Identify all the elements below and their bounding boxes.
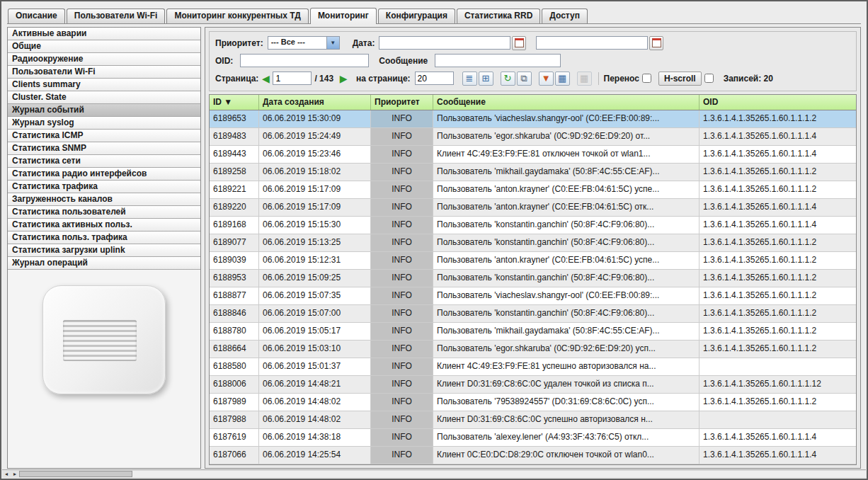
table-row[interactable]: 618944306.06.2019 15:23:46INFOКлиент 4C:… — [210, 146, 856, 164]
table-row[interactable]: 618878006.06.2019 15:05:17INFOПользовате… — [210, 323, 856, 341]
table-row[interactable]: 618895306.06.2019 15:09:25INFOПользовате… — [210, 270, 856, 287]
sidebar-item-event-log[interactable]: Журнал событий — [8, 104, 200, 117]
sidebar-item-radio-interface-statistics[interactable]: Статистика радио интерфейсов — [8, 168, 200, 181]
cell-date: 06.06.2019 14:48:02 — [259, 411, 371, 428]
cell-oid: 1.3.6.1.4.1.35265.1.60.1.1.1.4 — [699, 429, 856, 446]
sidebar-item-network-statistics[interactable]: Статистика сети — [8, 155, 200, 168]
scrollbar-thumb[interactable] — [19, 471, 132, 477]
sidebar-item-traffic-statistics[interactable]: Статистика трафика — [8, 181, 200, 193]
sidebar-item-user-traffic-statistics[interactable]: Статистика польз. трафика — [8, 232, 200, 244]
sidebar-item-general[interactable]: Общие — [8, 40, 200, 53]
column-header-id[interactable]: ID ▼ — [210, 95, 259, 110]
scroll-left-icon[interactable]: ◂ — [2, 471, 11, 478]
tab-configuration[interactable]: Конфигурация — [378, 8, 455, 23]
page-input[interactable] — [273, 72, 312, 85]
table-row[interactable]: 618916806.06.2019 15:15:30INFOПользовате… — [210, 217, 856, 234]
table-row[interactable]: 618761906.06.2019 14:38:18INFOПользовате… — [210, 429, 856, 447]
cell-id: 6188780 — [210, 323, 259, 340]
date-to-input[interactable] — [536, 36, 648, 50]
column-header-priority[interactable]: Приоритет — [371, 95, 433, 110]
scrollbar-track[interactable] — [19, 471, 866, 477]
table-row[interactable]: 618866406.06.2019 15:03:10INFOПользовате… — [210, 341, 856, 358]
table-row[interactable]: 618903906.06.2019 15:12:31INFOПользовате… — [210, 252, 856, 270]
cell-date: 06.06.2019 14:48:02 — [259, 394, 371, 411]
date-from-calendar-button[interactable] — [512, 36, 526, 50]
grid-view-icon[interactable]: ⊞ — [479, 72, 493, 86]
sidebar-item-active-alarms[interactable]: Активные аварии — [8, 28, 200, 40]
tab-wifi-users[interactable]: Пользователи Wi-Fi — [67, 8, 166, 23]
cell-message: Клиент 4C:49:E3:F9:FE:81 отключен точкой… — [433, 146, 699, 163]
sidebar-item-icmp-statistics[interactable]: Статистика ICMP — [8, 130, 200, 142]
chevron-down-icon[interactable]: ▼ — [326, 37, 339, 49]
page-label: Страница: — [215, 74, 258, 84]
hscroll-toggle[interactable]: H-scroll — [658, 72, 702, 86]
table-row[interactable]: 618706606.06.2019 14:25:54INFOКлиент 0C:… — [210, 447, 856, 464]
scroll-right-icon[interactable]: ▸ — [11, 471, 19, 478]
cell-id: 6187988 — [210, 411, 259, 428]
cell-message: Пользователь 'konstantin.ganchin' (50:8F… — [433, 217, 699, 234]
cell-priority: INFO — [371, 411, 433, 428]
copy-icon[interactable]: ⧉ — [517, 72, 532, 86]
column-header-oid[interactable]: OID — [699, 95, 856, 110]
message-input[interactable] — [435, 54, 561, 67]
wrap-checkbox[interactable] — [642, 74, 651, 83]
table-row[interactable]: 618884606.06.2019 15:07:00INFOПользовате… — [210, 305, 856, 323]
sidebar-item-syslog[interactable]: Журнал syslog — [8, 117, 200, 130]
cell-priority: INFO — [371, 376, 433, 393]
date-to-calendar-button[interactable] — [649, 36, 663, 50]
table-row[interactable]: 618965306.06.2019 15:30:09INFOПользовате… — [210, 110, 856, 128]
table-row[interactable]: 618948306.06.2019 15:24:49INFOПользовате… — [210, 128, 856, 146]
cell-oid: 1.3.6.1.4.1.35265.1.60.1.1.1.2 — [699, 287, 856, 304]
table-row[interactable]: 618887706.06.2019 15:07:35INFOПользовате… — [210, 287, 856, 305]
hscroll-label: H-scroll — [664, 74, 696, 84]
cell-message: Пользователь 'egor.shkaruba' (0C:9D:92:6… — [433, 128, 699, 145]
prev-page-icon[interactable]: ◀ — [258, 72, 273, 86]
tab-rrd-statistics[interactable]: Статистика RRD — [457, 8, 540, 23]
cell-oid: 1.3.6.1.4.1.35265.1.60.1.1.1.4 — [699, 146, 856, 163]
table-row[interactable]: 618798806.06.2019 14:48:02INFOКлиент D0:… — [210, 411, 856, 429]
cell-date: 06.06.2019 15:18:02 — [259, 164, 371, 181]
app-window: ОписаниеПользователи Wi-FiМониторинг кон… — [0, 0, 868, 480]
sidebar-item-active-user-statistics[interactable]: Статистика активных польз. — [8, 219, 200, 232]
tab-rogue-ap-monitoring[interactable]: Мониторинг конкурентных ТД — [166, 8, 308, 23]
tab-description[interactable]: Описание — [8, 8, 65, 23]
table-row[interactable]: 618907706.06.2019 15:13:25INFOПользовате… — [210, 234, 856, 252]
tab-access[interactable]: Доступ — [542, 8, 588, 23]
access-point-grille — [63, 320, 137, 361]
clear-filter-icon[interactable]: ▼ — [539, 72, 554, 86]
horizontal-scrollbar[interactable]: ◂ ▸ — [2, 469, 866, 478]
sidebar: Активные аварииОбщиеРадиоокружениеПользо… — [7, 27, 201, 469]
export-icon[interactable]: ▦ — [555, 72, 570, 86]
sidebar-item-cluster-state[interactable]: Cluster. State — [8, 91, 200, 104]
table-row[interactable]: 618922006.06.2019 15:17:09INFOПользовате… — [210, 199, 856, 217]
cell-priority: INFO — [371, 128, 433, 145]
next-page-icon[interactable]: ▶ — [336, 72, 350, 86]
table-row[interactable]: 618925806.06.2019 15:18:02INFOПользовате… — [210, 164, 856, 181]
table-row[interactable]: 618922106.06.2019 15:17:09INFOПользовате… — [210, 181, 856, 199]
column-header-date[interactable]: Дата создания — [259, 95, 371, 110]
date-from-input[interactable] — [379, 36, 510, 50]
refresh-icon[interactable]: ↻ — [501, 72, 515, 86]
sidebar-item-radio-environment[interactable]: Радиоокружение — [8, 53, 200, 66]
cell-oid: 1.3.6.1.4.1.35265.1.60.1.1.1.2 — [699, 394, 856, 411]
tab-monitoring[interactable]: Мониторинг — [310, 8, 377, 24]
oid-input[interactable] — [240, 54, 369, 67]
priority-dropdown[interactable]: --- Все --- ▼ — [268, 36, 340, 50]
hscroll-checkbox[interactable] — [704, 74, 714, 83]
cell-priority: INFO — [371, 252, 433, 269]
table-row[interactable]: 618800606.06.2019 14:48:21INFOКлиент D0:… — [210, 376, 856, 394]
column-header-message[interactable]: Сообщение — [433, 95, 699, 110]
sidebar-item-clients-summary[interactable]: Clients summary — [8, 79, 200, 91]
per-page-input[interactable] — [415, 72, 454, 85]
sidebar-item-wifi-users[interactable]: Пользователи Wi-Fi — [8, 66, 200, 79]
sidebar-item-operations-log[interactable]: Журнал операций — [8, 257, 200, 270]
sidebar-item-user-statistics[interactable]: Статистика пользователей — [8, 206, 200, 219]
table-row[interactable]: 618858006.06.2019 15:01:37INFOКлиент 4C:… — [210, 358, 856, 376]
cell-date: 06.06.2019 14:48:21 — [259, 376, 371, 393]
sidebar-item-snmp-statistics[interactable]: Статистика SNMP — [8, 142, 200, 155]
table-row[interactable]: 618798906.06.2019 14:48:02INFOПользовате… — [210, 394, 856, 411]
access-point-image — [42, 285, 166, 394]
sidebar-item-uplink-load-statistics[interactable]: Статистика загрузки uplink — [8, 244, 200, 257]
sidebar-item-channel-load[interactable]: Загруженность каналов — [8, 193, 200, 206]
list-view-icon[interactable]: ≣ — [462, 72, 477, 86]
